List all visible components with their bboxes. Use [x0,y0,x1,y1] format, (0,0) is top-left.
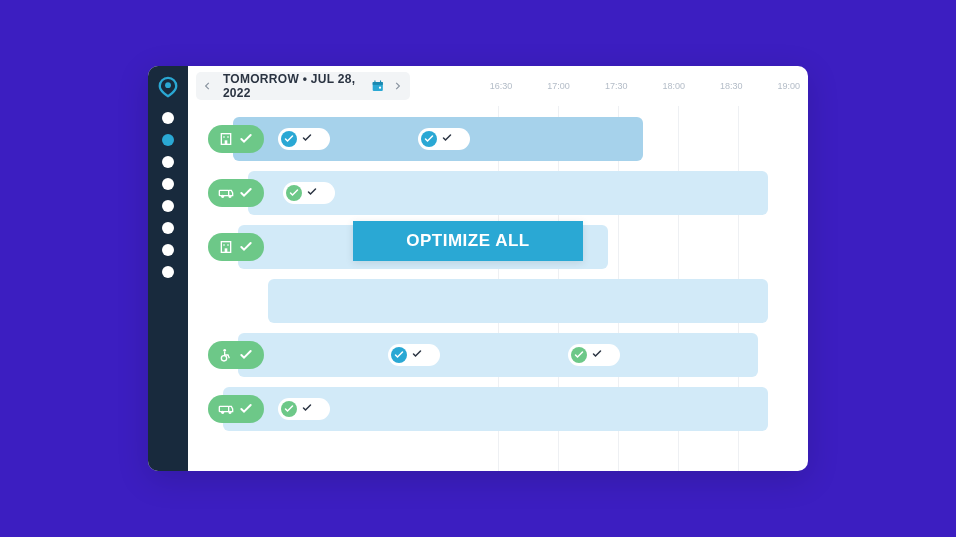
svg-point-0 [165,82,171,88]
svg-point-11 [222,195,224,197]
header-bar: TOMORROW • JUL 28, 2022 16:3017:0017:301… [188,66,808,106]
check-icon [441,132,453,147]
stop-pill[interactable] [568,344,620,366]
check-icon [238,401,254,417]
stop-pill[interactable] [278,398,330,420]
status-circle-icon [281,401,297,417]
sidebar-nav-dot[interactable] [162,266,174,278]
time-axis: 16:3017:0017:3018:0018:3019:00 [410,81,800,91]
sidebar-nav-dot[interactable] [162,134,174,146]
schedule-grid: OPTIMIZE ALL [188,106,808,471]
check-icon [238,131,254,147]
check-icon [301,402,313,417]
building-icon [218,239,234,255]
optimize-all-button[interactable]: OPTIMIZE ALL [353,221,583,261]
svg-rect-19 [219,406,228,411]
schedule-row [188,114,808,164]
time-tick: 17:00 [547,81,570,91]
wheelchair-icon [218,347,234,363]
date-label: TOMORROW • JUL 28, 2022 [217,72,368,100]
stop-pill[interactable] [418,128,470,150]
prev-day-button[interactable] [200,76,217,96]
svg-rect-7 [225,140,228,144]
stop-pill[interactable] [278,128,330,150]
svg-point-20 [222,411,224,413]
schedule-row [188,330,808,380]
svg-rect-3 [375,80,376,83]
status-circle-icon [391,347,407,363]
date-navigator: TOMORROW • JUL 28, 2022 [196,72,410,100]
van-icon [218,185,234,201]
app-window: TOMORROW • JUL 28, 2022 16:3017:0017:301… [148,66,808,471]
schedule-row [188,276,808,326]
logo-icon [157,76,179,98]
time-tick: 19:00 [777,81,800,91]
time-tick: 18:30 [720,81,743,91]
sidebar-nav-dot[interactable] [162,178,174,190]
svg-rect-2 [373,82,383,85]
check-icon [306,186,318,201]
check-icon [238,185,254,201]
vehicle-pill[interactable] [208,125,264,153]
next-day-button[interactable] [389,76,406,96]
check-icon [591,348,603,363]
vehicle-pill[interactable] [208,233,264,261]
vehicle-pill[interactable] [208,179,264,207]
sidebar-nav-dot[interactable] [162,244,174,256]
check-icon [411,348,423,363]
stop-pill[interactable] [283,182,335,204]
svg-rect-4 [380,80,381,83]
schedule-row [188,384,808,434]
time-tick: 16:30 [490,81,513,91]
check-icon [238,347,254,363]
sidebar-nav-dot[interactable] [162,200,174,212]
svg-rect-10 [219,190,228,195]
check-icon [238,239,254,255]
trip-track[interactable] [268,279,768,323]
time-tick: 18:00 [662,81,685,91]
time-tick: 17:30 [605,81,628,91]
check-icon [301,132,313,147]
stop-pill[interactable] [388,344,440,366]
status-circle-icon [281,131,297,147]
status-circle-icon [571,347,587,363]
vehicle-pill[interactable] [208,395,264,423]
building-icon [218,131,234,147]
schedule-row [188,168,808,218]
vehicle-pill[interactable] [208,341,264,369]
trip-track[interactable] [238,333,758,377]
main-panel: TOMORROW • JUL 28, 2022 16:3017:0017:301… [188,66,808,471]
sidebar-nav-dot[interactable] [162,156,174,168]
status-circle-icon [286,185,302,201]
svg-point-5 [379,87,381,89]
svg-point-21 [229,411,231,413]
sidebar-nav-dot[interactable] [162,222,174,234]
status-circle-icon [421,131,437,147]
sidebar [148,66,188,471]
calendar-icon[interactable] [371,78,385,94]
sidebar-nav-dot[interactable] [162,112,174,124]
svg-rect-14 [225,248,228,252]
svg-point-18 [221,356,226,361]
svg-point-12 [229,195,231,197]
van-icon [218,401,234,417]
svg-point-17 [223,349,226,352]
